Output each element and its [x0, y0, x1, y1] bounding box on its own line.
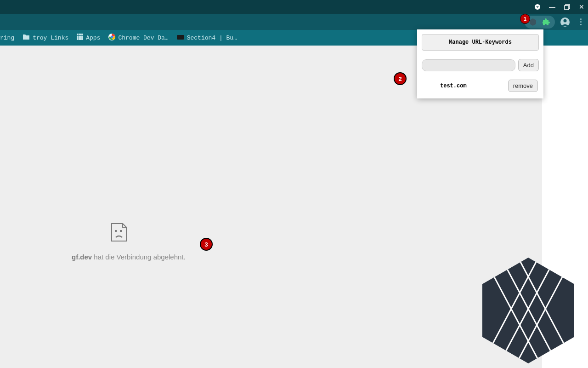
google-icon [108, 34, 115, 42]
remove-button[interactable]: remove [508, 80, 538, 92]
svg-rect-7 [79, 34, 81, 35]
extension-pill: 1 [525, 16, 555, 29]
dropdown-icon[interactable] [533, 2, 542, 12]
error-domain: gf.dev [72, 253, 92, 261]
bookmark-label: Section4 | Bu… [187, 34, 237, 41]
bookmark-label: Chrome Dev Da… [118, 34, 168, 41]
browser-toolbar: 1 [0, 14, 588, 30]
annotation-2: 2 [394, 72, 407, 85]
hexagon-logo [482, 258, 579, 368]
bookmark-label: ring [0, 34, 14, 41]
maximize-button[interactable] [562, 2, 571, 12]
keyword-url: test.com [440, 83, 467, 89]
bookmark-item[interactable]: Apps [77, 34, 100, 42]
error-block: gf.dev hat die Verbindung abgelehnt. [72, 223, 186, 261]
minimize-button[interactable]: — [548, 2, 557, 12]
profile-icon[interactable] [560, 17, 571, 28]
svg-rect-13 [79, 38, 81, 40]
popup-add-row: Add [422, 59, 539, 71]
close-button[interactable]: ✕ [577, 2, 586, 12]
svg-marker-3 [530, 18, 536, 26]
site-icon [177, 34, 184, 41]
extension-popup: Manage URL-Keywords Add test.com remove [417, 29, 543, 98]
keyword-input[interactable] [422, 59, 515, 71]
menu-dots-icon[interactable] [575, 17, 586, 28]
bookmark-item[interactable]: Chrome Dev Da… [108, 34, 168, 42]
error-message: gf.dev hat die Verbindung abgelehnt. [72, 253, 186, 261]
svg-rect-18 [115, 230, 117, 232]
svg-rect-6 [77, 34, 79, 35]
bookmark-item[interactable]: ring [0, 34, 14, 41]
extensions-icon[interactable] [541, 17, 552, 28]
annotation-3: 3 [200, 238, 213, 251]
error-text: hat die Verbindung abgelehnt. [92, 253, 186, 261]
svg-rect-14 [81, 38, 83, 40]
window-titlebar: — ✕ [0, 0, 588, 14]
svg-rect-17 [177, 35, 184, 40]
apps-icon [77, 34, 83, 42]
add-button[interactable]: Add [518, 59, 539, 71]
extension-badge: 1 [520, 14, 530, 24]
bookmark-item[interactable]: troy Links [23, 34, 68, 42]
bookmark-item[interactable]: Section4 | Bu… [177, 34, 237, 41]
folder-icon [23, 34, 30, 42]
bookmark-label: troy Links [33, 34, 68, 41]
popup-title: Manage URL-Keywords [422, 34, 539, 51]
svg-rect-2 [565, 6, 569, 10]
svg-rect-19 [120, 230, 122, 232]
svg-rect-11 [81, 36, 83, 38]
bookmark-label: Apps [86, 34, 100, 41]
keyword-row: test.com remove [422, 80, 539, 94]
svg-point-5 [564, 19, 567, 22]
sad-page-icon [111, 223, 127, 242]
svg-rect-9 [77, 36, 79, 38]
svg-rect-10 [79, 36, 81, 38]
svg-rect-8 [81, 34, 83, 35]
svg-rect-12 [77, 38, 79, 40]
